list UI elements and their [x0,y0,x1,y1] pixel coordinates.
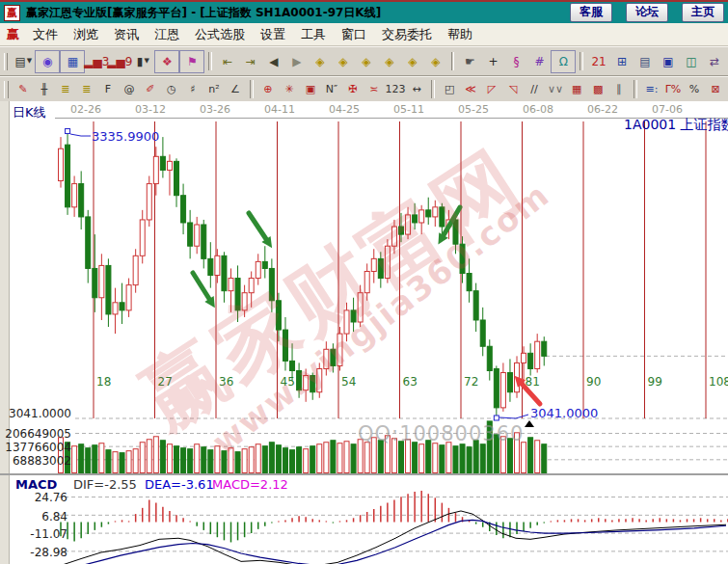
parallel-icon[interactable]: ∥ [608,80,630,98]
flag-icon[interactable]: ⚑ [179,50,204,73]
shen-grid-icon[interactable]: ✠ [342,80,364,98]
menu-logo-icon: 赢 [7,26,19,43]
fan-lines-icon[interactable]: ≪ [460,80,481,98]
gann-number-label: 54 [341,375,356,389]
forum-button[interactable]: 论坛 [626,3,668,22]
menu-item-浏览[interactable]: 浏览 [66,24,106,45]
first-page-icon[interactable]: ⇤ [216,51,239,72]
date-tick-label: 05-11 [393,103,424,116]
watermark-qq: QQ:100800360 [358,422,524,445]
golden-grid-icon[interactable]: ≣ [55,80,76,98]
menu-item-交易委托[interactable]: 交易委托 [374,24,440,45]
measure-icon[interactable]: ↔ [406,80,427,98]
last-page-icon[interactable]: ⇥ [239,51,262,72]
retrace-icon: Γ% [665,84,682,94]
pattern-tool-icon[interactable]: ❖ [154,50,179,73]
export-icon[interactable]: ◫ [680,51,703,72]
target-icon: ⊕ [263,84,272,94]
angle-icon[interactable]: ∠ [225,80,246,98]
chart-canvas[interactable]: 日K线 02-2603-1203-2604-1104-2505-1105-250… [0,101,728,564]
menu-item-公式选股[interactable]: 公式选股 [187,24,253,45]
volume-scale-label: 68883002 [0,454,71,468]
kline-style-icon[interactable]: ▤▼ [12,51,35,72]
ying-grid-icon[interactable]: ≍ [364,80,385,98]
first-page-icon: ⇤ [223,56,232,67]
diamond-right-icon[interactable]: ◈ [332,51,355,72]
chart-3-icon[interactable]: ▂▅3 [85,51,108,72]
toolbar-grip[interactable] [4,81,9,98]
retrace-icon[interactable]: Γ% [662,80,684,98]
prev-icon[interactable]: ◀ [262,51,285,72]
pencil-icon[interactable]: ✐ [140,80,161,98]
diamond-up-icon: ◈ [385,56,393,67]
next-icon[interactable]: ▶ [285,51,309,72]
starburst-icon[interactable]: ✳ [279,80,300,98]
price-level-label: 3041.0000 [0,407,71,420]
key-icon[interactable]: § [504,51,527,72]
net-icon[interactable]: # [527,51,551,72]
plain-grid-icon: ♯ [190,84,195,94]
n-squared-icon[interactable]: n² [203,80,225,98]
macd-scale-label: -11.07 [0,527,67,541]
customer-service-button[interactable]: 客服 [570,3,612,22]
crosshair-icon[interactable]: + [481,51,504,72]
info-note-icon[interactable]: ▦ [60,50,85,73]
square-burst-icon[interactable]: ▣ [300,80,321,98]
candle-tool-icon[interactable]: ▮▼ [131,51,154,72]
dropdown-caret-icon[interactable]: ▼ [27,58,32,65]
diamond-sync-icon[interactable]: ◈ [424,51,447,72]
brain-icon[interactable]: Ω [551,50,576,73]
zoom-tool-icon[interactable]: ◉ [35,50,60,73]
menu-bar: 赢 文件浏览资讯江恩公式选股设置工具窗口交易委托帮助 [0,23,728,46]
menu-item-工具[interactable]: 工具 [293,24,334,45]
percent-icon[interactable]: % [684,80,705,98]
golden-grid2-icon[interactable]: ≣ [76,80,97,98]
calendar-icon[interactable]: 21 [587,51,610,72]
diamond-up-icon[interactable]: ◈ [378,51,401,72]
target-icon[interactable]: ⊕ [257,80,279,98]
box-tool-icon[interactable]: ◰ [439,80,460,98]
red-grid2-icon[interactable]: ▩ [587,80,608,98]
red-grid-icon[interactable]: ▦ [566,80,587,98]
spiral-icon[interactable]: @ [119,80,140,98]
menu-item-设置[interactable]: 设置 [253,24,293,45]
gann-fan-icon[interactable]: ◹ [502,80,524,98]
menu-item-江恩[interactable]: 江恩 [147,24,187,45]
count-icon[interactable]: Ν″ [321,80,342,98]
starburst-icon: ✳ [284,84,293,94]
calculator-icon[interactable]: ⊞ [610,51,634,72]
transfer-icon[interactable]: ⇄ [703,51,726,72]
hand-icon[interactable]: ☛ [458,51,481,72]
diamond-both-icon[interactable]: ◈ [355,51,378,72]
dropdown-caret-icon[interactable]: ▼ [144,58,148,65]
spiral-icon: @ [123,84,134,94]
chart-9-icon[interactable]: ▂▅9 [108,51,131,72]
gann-number-label: 90 [586,375,601,389]
plain-grid-icon[interactable]: ♯ [182,80,203,98]
gann-grid-icon[interactable]: ╫ [34,80,55,98]
diamond-left-icon[interactable]: ◈ [309,51,332,72]
save-icon[interactable]: ▣ [657,51,680,72]
menu-item-帮助[interactable]: 帮助 [440,24,480,45]
brush-icon[interactable]: ✎ [13,80,34,98]
notepad-icon[interactable]: ▤ [634,51,657,72]
diamond-down-icon[interactable]: ◈ [401,51,424,72]
v-lines-icon[interactable]: ∨∨ [545,80,566,98]
ruler-123-icon[interactable]: 123 [385,80,406,98]
price-ruler-icon[interactable]: ≡: [641,80,662,98]
menu-item-文件[interactable]: 文件 [25,24,66,45]
window-title: 赢家江恩专业版[赢家服务平台] - [上证指数 SH1A0001-97日K线] [26,5,556,21]
cycle-clock-icon[interactable]: ◷ [161,80,182,98]
gann-number-label: 99 [648,375,662,389]
high-price-annotation: 3335.9900 [92,129,159,144]
diamond-down-icon: ◈ [408,56,417,67]
f-grid-icon[interactable]: F [97,80,119,98]
toolbar-grip[interactable] [4,53,8,70]
trend-lines-icon[interactable]: ∕∕ [524,80,545,98]
homepage-button[interactable]: 主页 [682,3,724,22]
percent-box-icon[interactable]: ⊠ [705,80,726,98]
volume-scale-label: 206649005 [0,427,71,441]
gann-box-icon[interactable]: ◸ [481,80,502,98]
menu-item-窗口[interactable]: 窗口 [334,24,374,45]
menu-item-资讯[interactable]: 资讯 [106,24,147,45]
